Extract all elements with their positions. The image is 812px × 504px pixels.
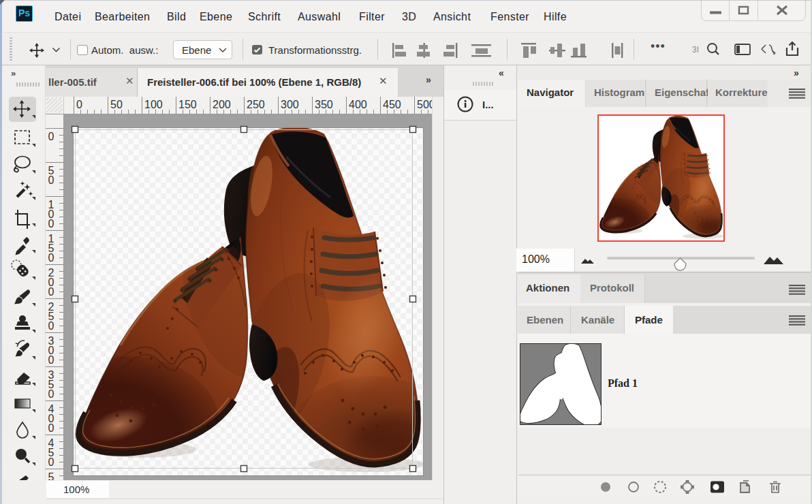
svg-text:450: 450 (383, 99, 401, 110)
svg-text:100: 100 (144, 99, 163, 110)
svg-text:150: 150 (178, 99, 197, 110)
svg-text:300: 300 (281, 99, 299, 110)
svg-text:50: 50 (110, 99, 123, 110)
svg-text:0: 0 (48, 286, 54, 298)
svg-text:0: 0 (48, 456, 54, 468)
svg-text:0: 0 (48, 320, 54, 332)
svg-text:0: 0 (48, 131, 54, 142)
svg-text:0: 0 (48, 354, 54, 366)
svg-text:0: 0 (48, 388, 54, 400)
svg-text:400: 400 (349, 99, 367, 110)
svg-text:0: 0 (48, 252, 54, 264)
svg-text:5: 5 (48, 471, 54, 481)
svg-text:0: 0 (48, 218, 54, 230)
svg-text:0: 0 (76, 99, 82, 110)
svg-text:350: 350 (315, 99, 333, 110)
svg-text:0: 0 (48, 422, 54, 434)
svg-text:200: 200 (213, 99, 231, 110)
svg-text:0: 0 (48, 174, 54, 186)
svg-text:250: 250 (247, 99, 265, 110)
